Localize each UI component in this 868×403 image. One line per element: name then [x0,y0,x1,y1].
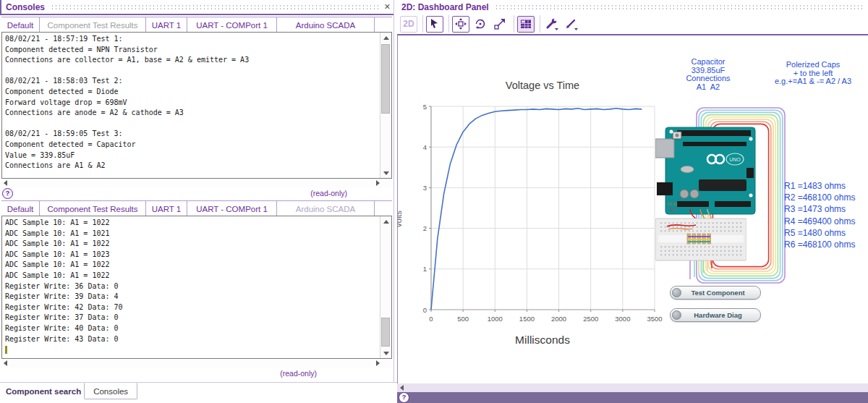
console-line: 08/02/21 - 18:58:03 Test 2: [5,76,378,87]
mode-2d-button[interactable]: 2D [400,16,417,33]
tab-default[interactable]: Default [1,17,40,33]
dashboard-canvas: Volts Voltage vs Time 012345050010001500… [397,34,868,383]
arduino-scada-console[interactable]: ADC Sample 10: A1 = 1022 ADC Sample 10: … [1,216,392,359]
pin-label: A1 A2 [667,202,678,206]
rotate-tool-icon[interactable] [472,16,489,33]
svg-text:2: 2 [423,224,427,232]
scroll-up-icon[interactable] [380,33,391,43]
console-text: 08/02/21 - 18:57:19 Test 1: Component de… [5,34,378,178]
scroll-down-icon[interactable] [380,168,391,178]
console-line: Connections are A1 & A2 [5,161,378,171]
scroll-down-icon[interactable] [380,348,391,358]
scroll-right-icon[interactable] [376,360,380,366]
help-icon[interactable]: ? [2,188,13,199]
pen-tool-icon[interactable] [563,16,580,33]
polarized-caps-annotation: Polerized Caps + to the left e.g.+=A1 & … [758,61,868,86]
vertical-scrollbar[interactable] [380,33,391,178]
horizontal-scrollbar[interactable] [1,179,392,187]
tab-arduino-scada[interactable]: Arduino SCADA [277,201,375,216]
resistor-value: R5 =1480 ohms [784,227,855,239]
pointer-tool-icon[interactable] [426,16,443,33]
console-line: Register Write: 37 Data: 0 [5,313,378,323]
toolbar-separator [422,15,423,33]
horizontal-scrollbar[interactable] [1,359,392,368]
tab-default[interactable]: Default [1,201,40,216]
status-bar: ? [397,392,868,403]
console-line: ADC Sample 10: A1 = 1022 [5,271,378,281]
console-line: 08/02/21 - 18:59:05 Test 3: [5,129,378,140]
pan-tool-icon[interactable] [452,16,469,33]
svg-text:3: 3 [423,184,427,192]
wrench-tool-icon[interactable] [543,16,561,33]
readonly-label: (read-only) [310,189,347,198]
hardware-diag-button[interactable]: Hardware Diag [670,308,761,322]
svg-text:5: 5 [423,103,427,111]
tab-uart-comport-1[interactable]: UART - COMPort 1 [187,17,277,33]
resistor-value: R2 =468100 ohms [784,192,855,203]
titlebar-texture [495,4,862,10]
voltage-vs-time-chart: Voltage vs Time 012345050010001500200025… [407,69,667,357]
toolbar-separator [540,15,540,33]
app-window: Consoles ✕ Default Component Test Result… [0,0,868,403]
svg-text:1000: 1000 [488,315,503,323]
dashboard-toolbar: 2D [400,14,868,34]
console-line [5,66,378,77]
tab-component-test-results[interactable]: Component Test Results [40,201,146,216]
vertical-scrollbar[interactable] [380,216,391,358]
board-label: UNO [729,157,741,162]
horizontal-scrollbar[interactable] [397,383,868,392]
dashboard-panel: 2D: Dashboard Panel 2D [397,0,868,403]
resistor-values-list: R1 =1483 ohms R2 =468100 ohms R3 =1473 o… [784,180,855,250]
tab-uart-1[interactable]: UART 1 [146,17,187,33]
scrollbar-thumb[interactable] [381,318,390,347]
console-line: ADC Sample 10: A1 = 1021 [5,229,378,239]
chart-x-axis-label: Millisconds [515,334,570,346]
svg-text:0: 0 [429,315,433,323]
resize-tool-icon[interactable] [491,16,509,33]
console-line: Register Write: 36 Data: 0 [5,281,378,292]
console-line: ADC Sample 10: A1 = 1022 [5,218,378,229]
component-test-results-console[interactable]: 08/02/21 - 18:57:19 Test 1: Component de… [1,32,392,179]
scroll-right-icon[interactable] [376,180,380,186]
dashboard-titlebar: 2D: Dashboard Panel [397,0,868,14]
tab-component-test-results[interactable]: Component Test Results [40,17,146,33]
console-line: ADC Sample 10: A1 = 1023 [5,250,378,260]
svg-text:3000: 3000 [615,315,630,323]
svg-text:4: 4 [423,143,427,151]
scroll-left-icon[interactable] [4,180,7,186]
console-line: Register Write: 39 Data: 4 [5,292,378,302]
svg-text:1500: 1500 [519,315,535,323]
dashboard-panel-title: 2D: Dashboard Panel [401,2,489,12]
tab-arduino-scada[interactable]: Arduino SCADA [277,17,375,33]
svg-text:2000: 2000 [551,315,566,323]
close-icon[interactable]: ✕ [384,2,391,12]
titlebar-texture [51,4,378,10]
console-line: Component detected = Capacitor [5,140,378,150]
console-line [5,119,378,130]
scrollbar-thumb[interactable] [381,44,390,114]
text-cursor [5,344,378,355]
console-line: Connections are collector = A1, base = A… [5,55,378,66]
console-line: Register Write: 42 Data: 70 [5,302,378,313]
tab-consoles[interactable]: Consoles [84,383,137,399]
readonly-label: (read-only) [280,369,317,378]
svg-text:2500: 2500 [583,315,598,323]
scroll-left-icon[interactable] [400,385,404,391]
resistor-value: R1 =1483 ohms [784,180,855,192]
scroll-up-icon[interactable] [380,216,391,226]
dashboard-grid-icon[interactable] [517,16,535,33]
console-text: ADC Sample 10: A1 = 1022 ADC Sample 10: … [5,218,378,358]
test-component-button[interactable]: Test Component [670,286,761,300]
chart-y-axis-label: Volts [397,211,403,228]
tab-uart-1[interactable]: UART 1 [146,201,187,216]
console-line: Register Write: 43 Data: 0 [5,334,378,345]
breadboard-image [655,209,746,284]
scroll-left-icon[interactable] [4,360,7,366]
consoles-panel-title: Consoles [6,2,45,12]
help-icon[interactable]: ? [399,392,409,403]
tab-component-search[interactable]: Component search [6,387,81,396]
resistor-value: R3 =1473 ohms [784,203,855,215]
svg-text:500: 500 [457,315,469,323]
button-knob-icon [672,288,681,297]
tab-uart-comport-1[interactable]: UART - COMPort 1 [187,201,277,216]
